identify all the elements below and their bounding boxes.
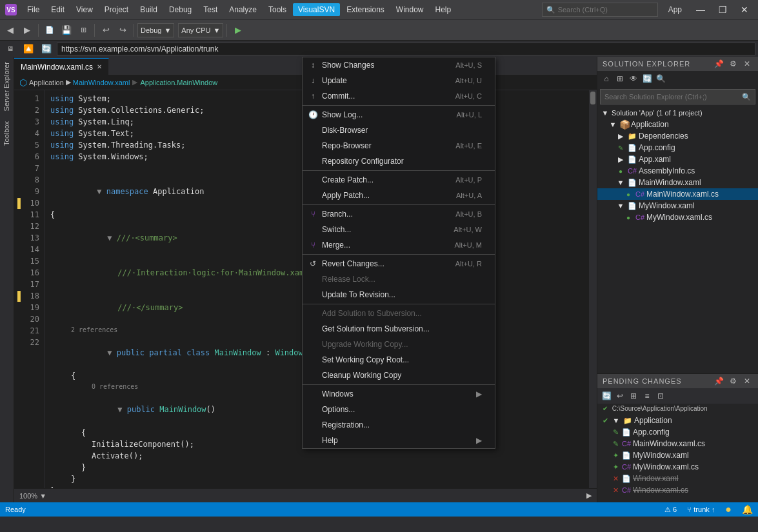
pc-commit-button[interactable]: ⊡ — [654, 389, 667, 402]
start-debug-button[interactable]: ▶ — [230, 23, 246, 38]
menu-edit[interactable]: Edit — [46, 3, 70, 16]
title-search-box[interactable]: 🔍 — [542, 3, 658, 17]
menu-branch[interactable]: ⑂ Branch... Alt+U, B — [303, 206, 495, 222]
se-show-all-button[interactable]: 👁 — [627, 72, 640, 85]
se-home-button[interactable]: ⌂ — [600, 72, 613, 85]
status-errors[interactable]: ⚠ 6 — [664, 506, 677, 514]
sync-button[interactable]: 🔄 — [39, 41, 54, 57]
menu-extensions[interactable]: Extensions — [341, 3, 390, 16]
menu-visualsvn[interactable]: VisualSVN — [293, 3, 340, 16]
pc-settings-button[interactable]: ⚙ — [727, 375, 739, 387]
tree-project[interactable]: ▼ 📦 Application — [597, 119, 758, 130]
tree-mainwindow-xaml[interactable]: ▼ 📄 MainWindow.xaml — [597, 177, 758, 188]
go-up-button[interactable]: 🔼 — [21, 41, 36, 57]
breadcrumb-dropdown[interactable]: ⬡ Application ▶ MainWindow.xaml — [19, 77, 130, 88]
pc-mywindow-xaml[interactable]: ✦ 📄 MyWindow.xaml — [597, 449, 758, 461]
menu-registration[interactable]: Registration... — [303, 417, 495, 433]
debug-mode-dropdown[interactable]: Debug ▼ — [137, 23, 174, 37]
save-button[interactable]: 💾 — [59, 23, 74, 38]
server-explorer-tab[interactable]: Server Explorer — [0, 57, 14, 116]
menu-update-revision[interactable]: Update To Revision... — [303, 287, 495, 302]
back-button[interactable]: ◀ — [3, 23, 18, 38]
pc-refresh-button[interactable]: 🔄 — [600, 389, 613, 402]
search-input[interactable] — [558, 6, 653, 14]
editor-scrollbar[interactable] — [589, 90, 597, 488]
new-file-button[interactable]: 📄 — [42, 23, 57, 38]
zoom-level[interactable]: 100% ▼ — [19, 492, 46, 500]
active-editor-tab[interactable]: MainWindow.xaml.cs ✕ — [14, 58, 109, 75]
se-search-box[interactable]: 🔍 — [600, 89, 755, 104]
menu-debug[interactable]: Debug — [164, 3, 197, 16]
menu-revert[interactable]: ↺ Revert Changes... Alt+U, R — [303, 256, 495, 271]
tree-mywindow-xaml[interactable]: ▼ 📄 MyWindow.xaml — [597, 200, 758, 212]
pc-undo-button[interactable]: ↩ — [613, 389, 626, 402]
tree-app-xaml[interactable]: ▶ 📄 App.xaml — [597, 153, 758, 165]
menu-help[interactable]: Help — [430, 3, 457, 16]
pc-mywindow-cs[interactable]: ✦ C# MyWindow.xaml.cs — [597, 461, 758, 473]
menu-set-wc-root[interactable]: Set Working Copy Root... — [303, 352, 495, 368]
menu-options[interactable]: Options... — [303, 402, 495, 417]
se-pin-button[interactable]: 📌 — [713, 58, 724, 70]
menu-show-changes[interactable]: ↕ Show Changes Alt+U, S — [303, 57, 495, 73]
server-explorer-icon[interactable]: 🖥 — [3, 41, 18, 57]
menu-view[interactable]: View — [71, 3, 98, 16]
maximize-button[interactable]: ❐ — [714, 1, 731, 18]
menu-analyze[interactable]: Analyze — [224, 3, 262, 16]
se-refresh-button[interactable]: 🔄 — [641, 72, 653, 85]
undo-button[interactable]: ↩ — [98, 23, 114, 38]
close-button[interactable]: ✕ — [736, 1, 753, 18]
tree-dependencies[interactable]: ▶ 📁 Dependencies — [597, 130, 758, 142]
menu-help-item[interactable]: Help ▶ — [303, 433, 495, 448]
se-settings-button[interactable]: ⚙ — [727, 58, 739, 70]
pc-app-config[interactable]: ✎ 📄 App.config — [597, 426, 758, 438]
scroll-right[interactable]: ▶ — [586, 491, 592, 500]
menu-commit[interactable]: ↑ Commit... Alt+U, C — [303, 88, 495, 104]
address-input[interactable] — [57, 43, 755, 55]
pc-mainwindow-cs[interactable]: ✎ C# MainWindow.xaml.cs — [597, 438, 758, 449]
menu-merge[interactable]: ⑂ Merge... Alt+U, M — [303, 237, 495, 253]
se-search-input[interactable] — [604, 93, 739, 101]
pc-window-cs[interactable]: ✕ C# Window.xaml.cs — [597, 484, 758, 496]
menu-file[interactable]: File — [22, 3, 45, 16]
menu-project[interactable]: Project — [99, 3, 134, 16]
pc-expand-button[interactable]: ≡ — [641, 389, 653, 402]
menu-repo-browser[interactable]: Repo-Browser Alt+U, E — [303, 138, 495, 153]
menu-show-log[interactable]: 🕐 Show Log... Alt+U, L — [303, 107, 495, 123]
tree-mainwindow-cs[interactable]: ● C# MainWindow.xaml.cs — [597, 188, 758, 200]
menu-disk-browser[interactable]: Disk-Browser — [303, 123, 495, 138]
menu-switch[interactable]: Switch... Alt+U, W — [303, 222, 495, 237]
se-properties-button[interactable]: ⊞ — [613, 72, 626, 85]
pc-pin-button[interactable]: 📌 — [713, 375, 724, 387]
pc-view-button[interactable]: ⊞ — [627, 389, 640, 402]
menu-cleanup-wc[interactable]: Cleanup Working Copy — [303, 368, 495, 383]
se-close-button[interactable]: ✕ — [741, 58, 753, 70]
toolbox-tab[interactable]: Toolbox — [0, 116, 14, 151]
tab-close-button[interactable]: ✕ — [97, 63, 102, 70]
tree-solution[interactable]: ▼ Solution 'App' (1 of 1 project) — [597, 107, 758, 119]
tree-app-config[interactable]: ✎ 📄 App.config — [597, 142, 758, 153]
pc-close-button[interactable]: ✕ — [741, 375, 753, 387]
menu-window[interactable]: Window — [391, 3, 429, 16]
menu-apply-patch[interactable]: Apply Patch... Alt+U, A — [303, 188, 495, 203]
minimize-button[interactable]: — — [692, 1, 709, 18]
tree-assemblyinfo[interactable]: ● C# AssemblyInfo.cs — [597, 165, 758, 177]
forward-button[interactable]: ▶ — [19, 23, 35, 38]
pc-application-folder[interactable]: ✔ ▼ 📁 Application — [597, 415, 758, 426]
scrollbar-thumb[interactable] — [590, 92, 595, 104]
status-notification-icon[interactable]: 🔔 — [742, 504, 753, 515]
redo-button[interactable]: ↪ — [115, 23, 130, 38]
menu-tools[interactable]: Tools — [263, 3, 292, 16]
menu-windows[interactable]: Windows ▶ — [303, 386, 495, 402]
menu-get-solution[interactable]: Get Solution from Subversion... — [303, 321, 495, 337]
menu-update[interactable]: ↓ Update Alt+U, U — [303, 73, 495, 88]
se-filter-button[interactable]: 🔍 — [654, 72, 667, 85]
menu-test[interactable]: Test — [198, 3, 223, 16]
save-all-button[interactable]: ⊞ — [75, 23, 91, 38]
pc-window-xaml[interactable]: ✕ 📄 Window.xaml — [597, 473, 758, 484]
platform-dropdown[interactable]: Any CPU ▼ — [178, 23, 223, 37]
menu-create-patch[interactable]: Create Patch... Alt+U, P — [303, 172, 495, 188]
status-branch[interactable]: ⑂ trunk ↑ — [687, 506, 715, 513]
menu-repo-config[interactable]: Repository Configurator — [303, 153, 495, 169]
menu-build[interactable]: Build — [135, 3, 163, 16]
tree-mywindow-cs[interactable]: ● C# MyWindow.xaml.cs — [597, 212, 758, 223]
